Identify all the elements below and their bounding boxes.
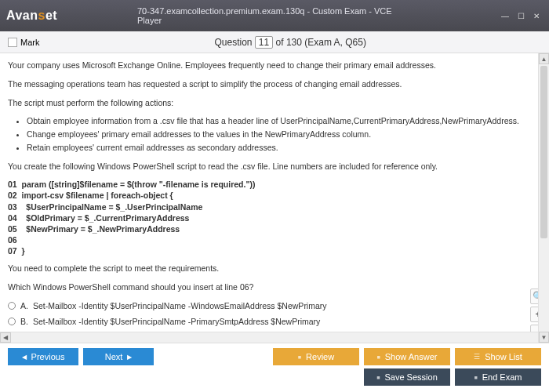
close-icon[interactable]: ✕: [530, 10, 543, 21]
app-logo: Avanset: [6, 9, 57, 23]
answer-text: Set-Mailbox -Identity $UserPrincipalName…: [34, 331, 325, 332]
question-info: Question 11 of 130 (Exam A, Q65): [214, 36, 365, 49]
mark-checkbox-wrap[interactable]: Mark: [8, 38, 39, 47]
maximize-icon[interactable]: ☐: [514, 10, 527, 21]
question-bar: Mark Question 11 of 130 (Exam A, Q65): [0, 31, 549, 53]
vertical-scrollbar[interactable]: ▲ ▼: [538, 53, 549, 332]
question-total: of 130 (Exam A, Q65): [273, 37, 366, 48]
radio-icon[interactable]: [8, 318, 16, 325]
horizontal-scrollbar[interactable]: ◀ ▶: [0, 332, 549, 343]
content-wrap: Your company uses Microsoft Exchange Onl…: [0, 53, 549, 343]
list-item: Retain employees' current email addresse…: [27, 142, 541, 154]
window-controls: — ☐ ✕: [499, 10, 543, 21]
scroll-left-icon[interactable]: ◀: [0, 332, 11, 343]
footer: Previous Next Review Show Answer Show Li…: [0, 343, 549, 392]
scroll-track[interactable]: [11, 332, 538, 343]
mark-label: Mark: [20, 38, 39, 47]
answer-letter: A.: [20, 300, 28, 313]
save-session-button[interactable]: Save Session: [364, 368, 450, 386]
scroll-up-icon[interactable]: ▲: [539, 53, 549, 64]
show-list-button[interactable]: Show List: [455, 348, 541, 365]
answer-list: A. Set-Mailbox -Identity $UserPrincipalN…: [8, 300, 541, 332]
answer-letter: B.: [20, 316, 28, 328]
code-block: 01 param ([string]$filename = $(throw "-…: [8, 179, 541, 256]
answer-text: Set-Mailbox -Identity $UserPrincipalName…: [33, 316, 320, 328]
mark-checkbox[interactable]: [8, 38, 17, 47]
logo-text: Avan: [6, 9, 38, 22]
show-answer-button[interactable]: Show Answer: [364, 348, 450, 365]
answer-option[interactable]: C. Set-Mailbox -Identity $UserPrincipalN…: [8, 331, 541, 332]
answer-text: Set-Mailbox -Identity $UserPrincipalName…: [33, 300, 327, 313]
answer-option[interactable]: A. Set-Mailbox -Identity $UserPrincipalN…: [8, 300, 541, 313]
logo-text-post: et: [45, 9, 57, 22]
list-item: Change employees' primary email addresse…: [27, 129, 541, 141]
question-word: Question: [214, 37, 252, 48]
answer-letter: C.: [20, 331, 29, 332]
paragraph: You create the following Windows PowerSh…: [8, 161, 541, 173]
paragraph: Which Windows PowerShell command should …: [8, 281, 541, 294]
next-button[interactable]: Next: [83, 348, 154, 365]
scroll-thumb[interactable]: [540, 66, 547, 238]
review-button[interactable]: Review: [273, 348, 359, 365]
paragraph: You need to complete the script to meet …: [8, 263, 541, 275]
requirements-list: Obtain employee information from a .csv …: [27, 115, 541, 154]
paragraph: The script must perform the following ac…: [8, 97, 541, 110]
radio-icon[interactable]: [8, 302, 16, 310]
question-number: 11: [255, 36, 273, 49]
logo-accent: s: [38, 9, 45, 22]
minimize-icon[interactable]: —: [499, 10, 511, 21]
window-title: 70-347.examcollection.premium.exam.130q …: [137, 6, 412, 25]
previous-button[interactable]: Previous: [8, 348, 78, 365]
paragraph: Your company uses Microsoft Exchange Onl…: [8, 60, 541, 72]
paragraph: The messaging operations team has reques…: [8, 78, 541, 91]
question-content: Your company uses Microsoft Exchange Onl…: [0, 53, 549, 332]
title-bar: Avanset 70-347.examcollection.premium.ex…: [0, 0, 549, 31]
end-exam-button[interactable]: End Exam: [455, 368, 541, 386]
answer-option[interactable]: B. Set-Mailbox -Identity $UserPrincipalN…: [8, 316, 541, 328]
list-item: Obtain employee information from a .csv …: [27, 115, 541, 128]
